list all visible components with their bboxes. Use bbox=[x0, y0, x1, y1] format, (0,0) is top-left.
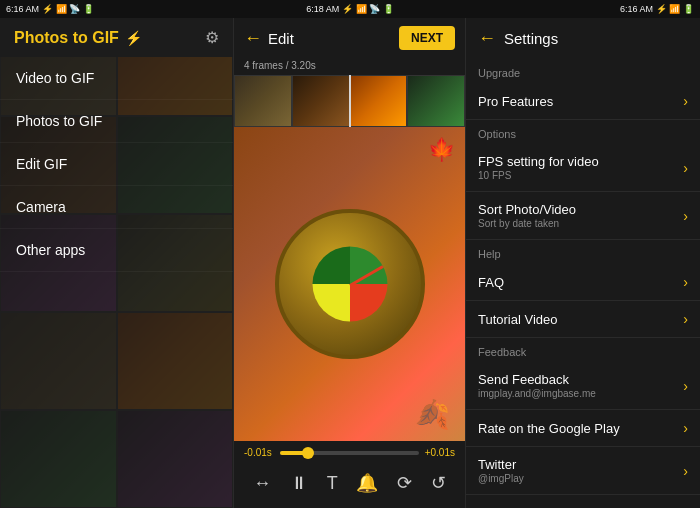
settings-item-tutorial[interactable]: Tutorial Video › bbox=[466, 301, 700, 338]
settings-item-title: Twitter bbox=[478, 457, 524, 472]
chevron-right-icon: › bbox=[683, 93, 688, 109]
sticker-icon[interactable]: 🔔 bbox=[352, 468, 382, 498]
settings-item-twitter[interactable]: Twitter @imgPlay › bbox=[466, 447, 700, 495]
chevron-right-icon: › bbox=[683, 463, 688, 479]
sidebar-item-edit-gif[interactable]: Edit GIF bbox=[0, 143, 233, 186]
edit-header: ← Edit NEXT bbox=[234, 18, 465, 58]
settings-item-pro-features[interactable]: Pro Features › bbox=[466, 83, 700, 120]
settings-item-instagram[interactable]: Instagram @imgPlay › bbox=[466, 495, 700, 508]
toolbar-row: ↔ ⏸ T 🔔 ⟳ ↺ bbox=[244, 464, 455, 502]
time-label-left: -0.01s bbox=[244, 447, 274, 458]
sidebar-item-label: Video to GIF bbox=[16, 70, 94, 86]
icons-center: ⚡ 📶 📡 🔋 bbox=[342, 4, 394, 14]
settings-item-title: Rate on the Google Play bbox=[478, 421, 620, 436]
edit-title: Edit bbox=[268, 30, 294, 47]
filmstrip-frame[interactable] bbox=[350, 75, 408, 127]
settings-item-title: FPS setting for video bbox=[478, 154, 599, 169]
settings-section-upgrade: Upgrade bbox=[466, 59, 700, 83]
rotate-icon[interactable]: ⟳ bbox=[393, 468, 416, 498]
time-label-right: +0.01s bbox=[425, 447, 455, 458]
settings-panel: ← Settings Upgrade Pro Features › Option… bbox=[466, 18, 700, 508]
sidebar-item-label: Other apps bbox=[16, 242, 85, 258]
settings-item-fps[interactable]: FPS setting for video 10 FPS › bbox=[466, 144, 700, 192]
settings-section-feedback: Feedback bbox=[466, 338, 700, 362]
settings-item-send-feedback[interactable]: Send Feedback imgplay.and@imgbase.me › bbox=[466, 362, 700, 410]
filmstrip-frame[interactable] bbox=[292, 75, 350, 127]
settings-item-title: Pro Features bbox=[478, 94, 553, 109]
time-slider[interactable] bbox=[280, 451, 419, 455]
chevron-right-icon: › bbox=[683, 311, 688, 327]
leaf-decoration-2: 🍁 bbox=[428, 137, 455, 163]
edit-preview: 🍂 🍁 bbox=[234, 127, 465, 441]
settings-item-rate-google-play[interactable]: Rate on the Google Play › bbox=[466, 410, 700, 447]
sidebar-item-photos-to-gif[interactable]: Photos to GIF bbox=[0, 100, 233, 143]
filmstrip-frame[interactable] bbox=[234, 75, 292, 127]
settings-item-title: FAQ bbox=[478, 275, 504, 290]
settings-section-help: Help bbox=[466, 240, 700, 264]
settings-section-options: Options bbox=[466, 120, 700, 144]
settings-icon[interactable]: ⚙ bbox=[205, 28, 219, 47]
sidebar-item-label: Camera bbox=[16, 199, 66, 215]
sidebar-item-camera[interactable]: Camera bbox=[0, 186, 233, 229]
filmstrip bbox=[234, 75, 465, 127]
chevron-right-icon: › bbox=[683, 378, 688, 394]
sidebar-item-label: Photos to GIF bbox=[16, 113, 102, 129]
settings-back-button[interactable]: ← bbox=[478, 28, 496, 49]
sidebar-title: Photos to GIF ⚡ bbox=[14, 29, 142, 47]
time-slider-row: -0.01s +0.01s bbox=[244, 447, 455, 458]
next-button[interactable]: NEXT bbox=[399, 26, 455, 50]
sidebar-item-label: Edit GIF bbox=[16, 156, 67, 172]
leaf-decoration: 🍂 bbox=[415, 398, 450, 431]
preview-image bbox=[275, 209, 425, 359]
sidebar-item-other-apps[interactable]: Other apps bbox=[0, 229, 233, 272]
settings-title: Settings bbox=[504, 30, 558, 47]
settings-item-faq[interactable]: FAQ › bbox=[466, 264, 700, 301]
settings-item-title: Tutorial Video bbox=[478, 312, 558, 327]
text-icon[interactable]: T bbox=[323, 469, 342, 498]
lightning-icon: ⚡ bbox=[125, 30, 142, 46]
chevron-right-icon: › bbox=[683, 274, 688, 290]
sidebar-header: Photos to GIF ⚡ ⚙ bbox=[0, 18, 233, 57]
undo-icon[interactable]: ↺ bbox=[427, 468, 450, 498]
time-right: 6:16 AM bbox=[620, 4, 653, 14]
chevron-right-icon: › bbox=[683, 420, 688, 436]
status-bar-right: 6:16 AM ⚡ 📶 🔋 bbox=[467, 4, 700, 14]
settings-header: ← Settings bbox=[466, 18, 700, 59]
settings-item-subtitle: @imgPlay bbox=[478, 473, 524, 484]
chevron-right-icon: › bbox=[683, 160, 688, 176]
edit-header-left: ← Edit bbox=[244, 28, 294, 49]
edit-controls: -0.01s +0.01s ↔ ⏸ T 🔔 ⟳ ↺ bbox=[234, 441, 465, 508]
filmstrip-frame[interactable] bbox=[407, 75, 465, 127]
slider-thumb[interactable] bbox=[302, 447, 314, 459]
sidebar-item-video-to-gif[interactable]: Video to GIF bbox=[0, 57, 233, 100]
settings-item-subtitle: imgplay.and@imgbase.me bbox=[478, 388, 596, 399]
status-bar-center: 6:18 AM ⚡ 📶 📡 🔋 bbox=[234, 4, 467, 14]
status-bar-left: 6:16 AM ⚡ 📶 📡 🔋 bbox=[0, 4, 233, 14]
settings-item-title: Sort Photo/Video bbox=[478, 202, 576, 217]
time-center: 6:18 AM bbox=[306, 4, 339, 14]
sidebar: Photos to GIF ⚡ ⚙ Video to GIF Photos to… bbox=[0, 18, 233, 508]
settings-item-subtitle: Sort by date taken bbox=[478, 218, 576, 229]
filmstrip-indicator bbox=[349, 75, 351, 127]
icons-right: ⚡ 📶 🔋 bbox=[656, 4, 694, 14]
frame-info: 4 frames / 3.20s bbox=[234, 58, 465, 75]
edit-panel: ← Edit NEXT 4 frames / 3.20s bbox=[233, 18, 466, 508]
settings-item-sort[interactable]: Sort Photo/Video Sort by date taken › bbox=[466, 192, 700, 240]
settings-item-subtitle: 10 FPS bbox=[478, 170, 599, 181]
chevron-right-icon: › bbox=[683, 208, 688, 224]
icons-left: ⚡ 📶 📡 🔋 bbox=[42, 4, 94, 14]
resize-icon[interactable]: ↔ bbox=[249, 469, 275, 498]
time-left: 6:16 AM bbox=[6, 4, 39, 14]
back-button[interactable]: ← bbox=[244, 28, 262, 49]
sidebar-title-text: Photos to GIF bbox=[14, 29, 119, 47]
pause-icon[interactable]: ⏸ bbox=[286, 469, 312, 498]
settings-item-title: Send Feedback bbox=[478, 372, 596, 387]
